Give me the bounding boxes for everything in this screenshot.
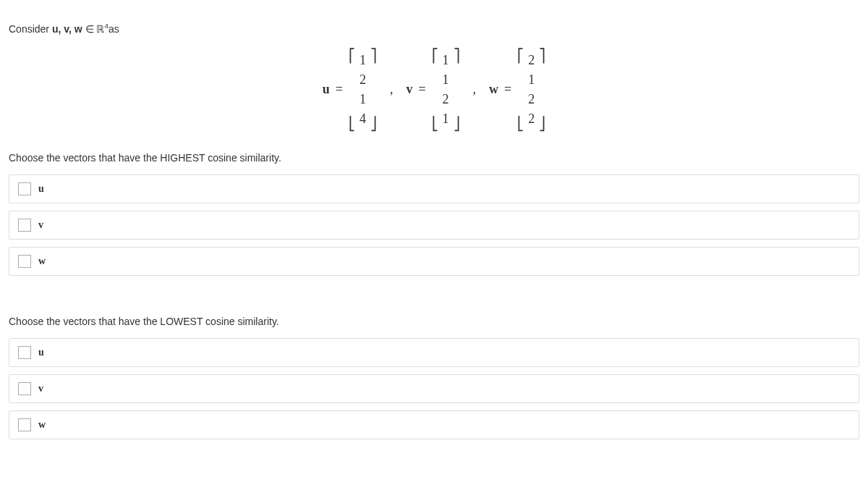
checkbox-icon[interactable] xyxy=(18,346,31,359)
q2-option-w-label: w xyxy=(38,419,46,431)
bracket-left-icon xyxy=(349,49,355,130)
w-val-2: 2 xyxy=(528,90,535,109)
checkbox-icon[interactable] xyxy=(18,219,31,232)
equals-sign: = xyxy=(504,82,511,97)
comma-2: , xyxy=(473,82,477,97)
q2-option-w[interactable]: w xyxy=(9,410,859,439)
checkbox-icon[interactable] xyxy=(18,418,31,431)
intro-vectors: u, v, w xyxy=(52,23,82,35)
v-val-1: 1 xyxy=(443,70,449,90)
checkbox-icon[interactable] xyxy=(18,182,31,195)
u-val-1: 2 xyxy=(359,70,366,90)
vector-u-block: u = 1 2 1 4 xyxy=(323,49,377,130)
q2-option-v[interactable]: v xyxy=(9,374,859,403)
vector-v-label: v xyxy=(406,82,412,97)
vector-u-matrix: 1 2 1 4 xyxy=(349,49,377,130)
q1-option-w[interactable]: w xyxy=(9,247,859,276)
v-val-3: 1 xyxy=(443,109,449,129)
q1-option-v[interactable]: v xyxy=(9,211,859,240)
u-val-2: 1 xyxy=(359,90,366,109)
intro-text: Consider u, v, w ∈ ℝ4as xyxy=(9,22,859,35)
vector-equations: u = 1 2 1 4 , v = 1 1 2 1 , xyxy=(9,49,859,130)
q2-option-u-label: u xyxy=(38,347,44,358)
bracket-left-icon xyxy=(517,49,524,130)
w-val-0: 2 xyxy=(528,51,535,70)
vector-w-block: w = 2 1 2 2 xyxy=(489,49,545,130)
vector-v-block: v = 1 1 2 1 xyxy=(406,49,459,130)
v-val-2: 2 xyxy=(443,90,449,109)
intro-member: ∈ ℝ xyxy=(82,23,105,35)
q1-option-u-label: u xyxy=(38,183,44,195)
checkbox-icon[interactable] xyxy=(18,255,31,268)
intro-suffix: as xyxy=(109,23,119,35)
q1-option-v-label: v xyxy=(38,219,43,231)
q2-option-u[interactable]: u xyxy=(9,338,859,367)
checkbox-icon[interactable] xyxy=(18,382,31,395)
bracket-right-icon xyxy=(454,49,460,130)
q1-option-u[interactable]: u xyxy=(9,174,859,203)
vector-v-matrix: 1 1 2 1 xyxy=(432,49,460,130)
bracket-right-icon xyxy=(539,49,545,130)
w-val-3: 2 xyxy=(528,109,535,129)
vector-u-label: u xyxy=(323,82,330,97)
q2-option-v-label: v xyxy=(38,383,43,395)
u-val-0: 1 xyxy=(359,51,366,70)
intro-prefix: Consider xyxy=(9,23,52,35)
equals-sign: = xyxy=(418,82,425,97)
w-val-1: 1 xyxy=(528,70,535,90)
equals-sign: = xyxy=(336,82,343,97)
comma-1: , xyxy=(390,82,393,97)
bracket-right-icon xyxy=(370,49,377,130)
u-val-3: 4 xyxy=(359,109,366,129)
vector-w-label: w xyxy=(489,82,498,97)
question-lowest: Choose the vectors that have the LOWEST … xyxy=(9,316,859,327)
question-highest: Choose the vectors that have the HIGHEST… xyxy=(9,152,859,164)
bracket-left-icon xyxy=(432,49,438,130)
q1-option-w-label: w xyxy=(38,256,46,267)
v-val-0: 1 xyxy=(443,51,449,70)
vector-w-matrix: 2 1 2 2 xyxy=(517,49,545,130)
